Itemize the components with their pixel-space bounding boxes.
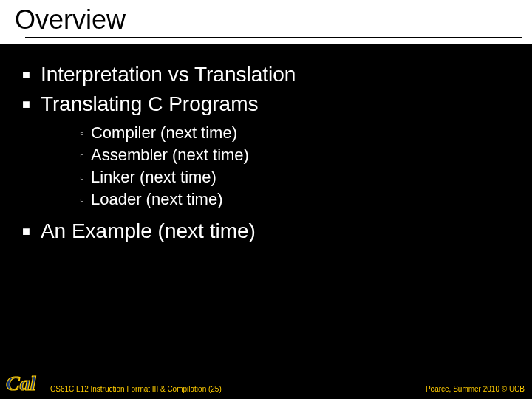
slide-content: ■ Interpretation vs Translation ■ Transl… [0,44,532,244]
square-bullet-icon: ■ [22,62,30,87]
hollow-square-bullet-icon: ▫ [80,145,83,166]
list-item: ■ Translating C Programs [22,92,532,117]
title-underline [25,37,522,38]
list-item: ▫ Compiler (next time) [80,123,532,143]
bullet-text: Interpretation vs Translation [41,62,296,87]
square-bullet-icon: ■ [22,219,30,244]
bullet-text: Translating C Programs [41,92,259,117]
list-item: ▫ Assembler (next time) [80,145,532,166]
slide-footer: Cal CS61C L12 Instruction Format III & C… [0,375,532,399]
list-item: ▫ Loader (next time) [80,189,532,210]
hollow-square-bullet-icon: ▫ [80,189,83,210]
bullet-text: Linker (next time) [91,167,216,188]
list-item: ■ An Example (next time) [22,219,532,244]
bullet-text: Loader (next time) [91,189,223,210]
slide-title: Overview [15,4,532,35]
cal-logo-text: Cal [6,372,36,395]
footer-right-text: Pearce, Summer 2010 © UCB [426,385,525,393]
list-item: ▫ Linker (next time) [80,167,532,188]
title-band: Overview [0,0,532,40]
bullet-text: Compiler (next time) [91,123,237,143]
footer-left-text: CS61C L12 Instruction Format III & Compi… [50,385,222,393]
bullet-list-level1: ■ An Example (next time) [22,219,532,244]
bullet-list-level2: ▫ Compiler (next time) ▫ Assembler (next… [80,123,532,210]
hollow-square-bullet-icon: ▫ [80,123,83,143]
bullet-list-level1: ■ Interpretation vs Translation ■ Transl… [22,62,532,117]
square-bullet-icon: ■ [22,92,30,117]
hollow-square-bullet-icon: ▫ [80,167,83,188]
cal-logo: Cal [3,368,44,398]
bullet-text: An Example (next time) [41,219,256,244]
list-item: ■ Interpretation vs Translation [22,62,532,87]
bullet-text: Assembler (next time) [91,145,249,166]
